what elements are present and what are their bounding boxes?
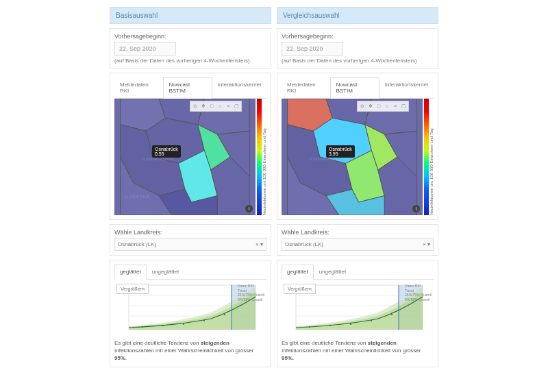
map-card-left: Meldedaten RKI Nowcast BSTIM Interaktion… [110,73,271,220]
tab-geglaettet[interactable]: geglättet [114,265,147,280]
chart-legend: Daten RKI Trend 25%/75%-Quantil 5%/95%-Q… [405,284,432,302]
home-icon[interactable]: ⊙ [192,103,199,110]
date-input-left[interactable] [114,42,176,56]
left-header: Basisauswahl [110,7,271,24]
svg-point-19 [203,320,205,321]
forecast-label: Vorhersagebeginn: [114,33,266,40]
pan-icon[interactable]: ✥ [200,103,207,110]
landkreis-select-left[interactable]: Osnabrück (LK) × ▾ [114,238,266,251]
trend-description: Es gibt eine deutliche Tendenz von steig… [282,339,434,363]
map-toolbar-right: ⊙ ✥ □ ○ ≡ ▢ [357,101,409,112]
date-input-right[interactable] [282,42,343,56]
pan-icon[interactable]: ✥ [367,103,374,110]
menu-icon[interactable]: ≡ [392,103,399,110]
svg-point-20 [224,314,225,315]
tab-nowcast[interactable]: Nowcast BSTIM [330,77,379,99]
map-right[interactable]: OSNABRÜCK ⊙ ✥ □ ○ ≡ ▢ Osnabrück 3.95 i [282,99,423,215]
date-hint: (auf Basis der Daten des vorherigen 4-Wo… [282,58,434,64]
tab-geglaettet[interactable]: geglättet [282,265,314,280]
map-tooltip: Osnabrück 0.55 [152,145,181,158]
enlarge-button[interactable]: Vergrößern [284,284,316,294]
info-icon[interactable]: i [245,205,253,212]
forecast-card-right: Vorhersagebeginn: (auf Basis der Daten d… [277,28,438,69]
colorbar-label: Neuinfektionen pro 100 000 Einwohner und… [429,99,434,215]
svg-point-18 [183,323,184,325]
info-icon[interactable]: i [412,205,420,212]
svg-point-16 [142,326,143,328]
trend-description: Es gibt eine deutliche Tendenz von steig… [114,339,266,363]
save-icon[interactable]: ▢ [400,103,407,110]
map-card-right: Meldedaten RKI Nowcast BSTIM Interaktion… [277,73,438,220]
trend-chart-left[interactable]: Vergrößern Daten RKI Trend 25%/75%-Quant… [114,282,266,336]
chart-card-right: geglättet ungeglättet Vergrößern Daten R… [277,260,438,367]
svg-point-41 [371,320,372,321]
map-toolbar-left: ⊙ ✥ □ ○ ≡ ▢ [190,101,242,112]
chevron-down-icon: × ▾ [423,241,430,247]
date-hint: (auf Basis der Daten des vorherigen 4-Wo… [114,58,266,64]
tab-ungeglaettet[interactable]: ungeglättet [314,265,352,279]
left-panel: Basisauswahl Vorhersagebeginn: (auf Basi… [110,7,271,367]
lasso-icon[interactable]: ○ [384,103,390,110]
tab-interaktion[interactable]: Interaktionskernel [212,77,266,98]
zoom-icon[interactable]: □ [375,103,382,110]
right-header: Vergleichsauswahl [277,7,438,24]
chart-card-left: geglättet ungeglättet Vergrößern Daten R… [110,260,271,367]
svg-point-39 [329,325,331,326]
forecast-label: Vorhersagebeginn: [282,33,434,40]
landkreis-card-right: Wähle Landkreis: Osnabrück (LK) × ▾ [277,224,438,256]
tab-meldedaten[interactable]: Meldedaten RKI [282,77,330,98]
tooltip-value: 0.55 [155,151,178,156]
landkreis-value: Osnabrück (LK) [118,241,156,247]
map-tooltip: Osnabrück 3.95 [326,145,355,158]
zoom-icon[interactable]: □ [208,103,215,110]
chevron-down-icon: × ▾ [256,241,263,247]
tab-interaktion[interactable]: Interaktionskernel [379,77,434,98]
colorbar-left: Neuinfektionen pro 100 000 Einwohner und… [257,99,266,215]
right-panel: Vergleichsauswahl Vorhersagebeginn: (auf… [277,7,438,367]
landkreis-card-left: Wähle Landkreis: Osnabrück (LK) × ▾ [110,224,271,256]
tooltip-title: Osnabrück [329,147,352,151]
tooltip-value: 3.95 [329,151,352,156]
map-tabs-left: Meldedaten RKI Nowcast BSTIM Interaktion… [114,77,266,99]
landkreis-label: Wähle Landkreis: [282,229,434,236]
svg-point-38 [309,326,310,328]
lasso-icon[interactable]: ○ [216,103,223,110]
colorbar-label: Neuinfektionen pro 100 000 Einwohner und… [262,99,266,215]
landkreis-value: Osnabrück (LK) [285,241,323,247]
landkreis-select-right[interactable]: Osnabrück (LK) × ▾ [282,238,434,251]
svg-point-17 [162,325,164,326]
colorbar-right: Neuinfektionen pro 100 000 Einwohner und… [424,99,434,215]
enlarge-button[interactable]: Vergrößern [116,284,149,294]
tab-ungeglaettet[interactable]: ungeglättet [147,265,185,279]
forecast-card-left: Vorhersagebeginn: (auf Basis der Daten d… [110,28,271,69]
save-icon[interactable]: ▢ [233,103,240,110]
trend-chart-right[interactable]: Vergrößern Daten RKI Trend 25%/75%-Quant… [282,282,434,336]
menu-icon[interactable]: ≡ [225,103,232,110]
landkreis-label: Wähle Landkreis: [114,229,266,236]
map-label-munster: MÜNSTER [125,195,150,199]
tab-nowcast[interactable]: Nowcast BSTIM [163,77,212,99]
home-icon[interactable]: ⊙ [359,103,366,110]
svg-point-40 [350,323,351,325]
svg-point-42 [391,314,393,315]
tab-meldedaten[interactable]: Meldedaten RKI [114,77,163,98]
tooltip-title: Osnabrück [155,147,178,151]
map-left[interactable]: OSNABRÜCK MÜNSTER ⊙ ✥ □ ○ ≡ ▢ Osnabrück … [114,99,256,215]
chart-legend: Daten RKI Trend 25%/75%-Quantil 5%/95%-Q… [238,284,264,302]
